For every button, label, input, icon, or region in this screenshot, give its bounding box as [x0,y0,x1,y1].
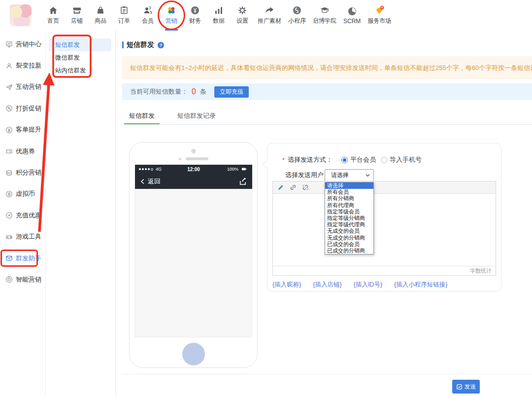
sidebar-item[interactable]: 积分营销 [0,162,45,183]
nav-item-label: 推广素材 [258,17,281,25]
nav-item-label: 店铺 [71,17,83,25]
nav-item[interactable]: 设置 [233,0,251,31]
tab[interactable]: 短信群发记录 [172,108,221,124]
send-icon [456,384,463,390]
nav-item[interactable]: H 服务市场 [367,0,392,31]
sidebar-item-label: 优惠券 [16,147,35,156]
dropdown-option[interactable]: 无成交的会员 [325,228,373,234]
dropdown-option[interactable]: 已成交的分销商 [325,248,373,254]
nav-item-label: 营销 [166,17,177,25]
insert-link[interactable]: {插入店铺} [313,281,341,289]
radio-icon[interactable] [381,157,387,163]
orders-icon [119,5,129,15]
tab[interactable]: 短信群发 [124,108,160,124]
sidebar-item[interactable]: 虚拟币 [0,183,45,205]
link-icon[interactable] [290,184,297,191]
sidebar-item-label: 营销中心 [16,40,41,49]
dropdown-option[interactable]: 请选择 [325,182,373,189]
sidebar-item-label: 群发助手 [16,254,41,263]
sidebar-marketing-menu: 营销中心 裂变拉新 互动营销 打折促销 客单提升 优惠券 积分营销 虚拟币 充值… [0,31,46,396]
coupon-icon [5,147,13,155]
data-bars-icon [214,5,224,15]
sidebar-item-label: 积分营销 [16,168,41,177]
required-mark: * [282,156,285,164]
insert-link[interactable]: {插入昵称} [272,281,301,289]
sidebar-item[interactable]: 优惠券 [0,141,45,162]
share-icon [238,177,247,186]
nav-item[interactable]: 首页 [44,0,62,31]
finance-icon [190,5,200,15]
battery-percent: 100% [227,167,238,172]
select-value: 请选择 [331,171,349,180]
phone-screen-preview [135,189,252,337]
send-user-row: 选择发送用户： [285,171,330,180]
send-method-radio[interactable]: 导入手机号 [381,155,422,164]
sidebar-item[interactable]: 互动营销 [0,76,45,98]
panel-tail [263,160,271,169]
sidebar-item[interactable]: 打折促销 [0,98,45,119]
nav-item[interactable]: 订单 [115,0,133,31]
sidebar-item[interactable]: 游戏工具 [0,226,45,248]
smart-icon [5,276,13,283]
dropdown-option[interactable]: 所有会员 [325,189,373,195]
send-button[interactable]: 发送 [452,380,480,394]
sidebar-item[interactable]: 智能营销 [0,269,45,290]
phone-camera-dot [191,149,196,153]
top-navigation: 首页 店铺 商品 订单 会员 营销 财务 数据 设置 推广素材 [0,0,532,31]
dropdown-option[interactable]: 指定等级会员 [325,209,373,215]
shop-icon [72,5,82,15]
dropdown-option[interactable]: 已成交的会员 [325,241,373,248]
sidebar-item-label: 虚拟币 [16,189,35,198]
nav-item[interactable]: 会员 [139,0,157,31]
nav-item-label: 财务 [189,17,201,25]
nav-item[interactable]: 店铺 [68,0,86,31]
fission-icon [5,62,13,70]
submenu-item[interactable]: 微信群发 [49,51,111,64]
submenu-item[interactable]: 站内信群发 [49,64,111,77]
top-nav-items: 首页 店铺 商品 订单 会员 营销 财务 数据 设置 推广素材 [44,0,392,31]
user-avatar[interactable] [10,4,32,26]
nav-item[interactable]: SCRM [343,0,361,31]
sidebar-item[interactable]: 裂变拉新 [0,55,45,76]
page-title: 短信群发 [127,40,154,49]
sidebar-item[interactable]: 群发助手 [0,248,45,269]
send-method-radio[interactable]: 平台会员 [341,155,376,164]
send-user-dropdown: 请选择所有会员所有分销商所有代理商指定等级会员指定等级分销商指定等级代理商无成交… [325,182,374,254]
insert-link[interactable]: {插入小程序短链接} [394,281,447,289]
recharge-icon [5,212,13,219]
editor-statusbar: 字数统计 [273,266,496,275]
sidebar-item-label: 互动营销 [16,82,41,91]
radio-icon[interactable] [341,157,348,163]
recharge-button[interactable]: 立即充值 [214,86,249,98]
promo-icon [265,5,274,15]
dropdown-option[interactable]: 指定等级分销商 [325,215,373,221]
sidebar-item[interactable]: 客单提升 [0,119,45,141]
sidebar-item-label: 打折促销 [16,104,41,113]
nav-item[interactable]: 财务 [186,0,204,31]
pencil-icon[interactable] [277,184,284,191]
submenu-item[interactable]: 短信群发 [49,38,111,51]
unlink-icon[interactable] [302,184,309,191]
help-icon[interactable]: ? [157,41,165,49]
dropdown-option[interactable]: 所有代理商 [325,202,373,209]
dropdown-option[interactable]: 无成交的分销商 [325,235,373,241]
market-icon: H [374,5,384,15]
points-icon [5,169,13,177]
nav-item-label: 设置 [236,17,248,25]
nav-item[interactable]: 商品 [92,0,109,31]
sidebar-item[interactable]: 充值优惠 [0,205,45,226]
sidebar-item-label: 裂变拉新 [16,61,41,70]
back-chevron-icon [140,179,146,184]
nav-item[interactable]: 推广素材 [257,0,282,31]
dropdown-option[interactable]: 指定等级代理商 [325,221,373,228]
sidebar-item[interactable]: 营销中心 [0,34,45,55]
nav-item[interactable]: 启博学院 [312,0,337,31]
nav-item[interactable]: 营销 [163,0,180,31]
sms-message-input[interactable] [273,194,496,266]
send-user-select[interactable]: 请选择 [325,169,374,181]
dropdown-option[interactable]: 所有分销商 [325,195,373,202]
insert-link[interactable]: {插入ID号} [354,281,382,289]
nav-item[interactable]: 小程序 [288,0,306,31]
nav-item-label: 启博学院 [313,17,336,25]
nav-item[interactable]: 数据 [210,0,228,31]
